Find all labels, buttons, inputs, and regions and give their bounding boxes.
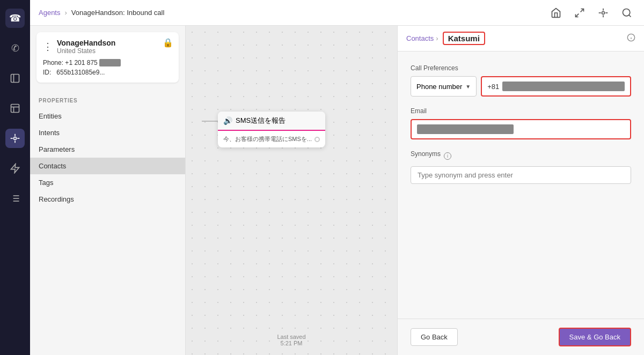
email-label: Email — [411, 107, 631, 115]
flow-node-body-text: 今、お客様の携帯電話にSMSを... — [223, 135, 312, 143]
synonyms-input[interactable] — [411, 166, 631, 184]
phone-country-code: +81 — [487, 83, 499, 91]
contacts-breadcrumb-label: Contacts — [406, 34, 434, 42]
main-container: Agents › VonageHandson: Inbound call 🔒 — [30, 0, 644, 355]
contact-info: VonageHandson United States — [57, 39, 115, 55]
expand-icon[interactable] — [571, 4, 588, 21]
canvas-grid — [186, 26, 397, 355]
svg-line-23 — [629, 14, 631, 17]
contact-name-tab: Katsumi — [443, 32, 485, 45]
sms-icon: 🔊 — [223, 116, 232, 125]
contact-id: ID: 655b131085e9... — [43, 69, 172, 76]
nav-item-recordings[interactable]: Recordings — [30, 191, 185, 208]
contact-card: 🔒 ⋮ VonageHandson United States Phone: +… — [36, 32, 179, 83]
flow-node-connector — [314, 137, 320, 142]
top-bar: Agents › VonageHandson: Inbound call — [30, 0, 644, 26]
crosshair-icon[interactable] — [5, 129, 25, 148]
canvas-area: 🔊 SMS送信を報告 今、お客様の携帯電話にSMSを... Last saved… — [186, 26, 397, 355]
svg-point-17 — [602, 11, 605, 14]
lock-icon: 🔒 — [163, 38, 173, 48]
save-go-back-button[interactable]: Save & Go Back — [559, 328, 631, 346]
last-saved: Last saved 5:21 PM — [277, 334, 305, 346]
nav-item-parameters[interactable]: Parameters — [30, 141, 185, 158]
layout-icon[interactable] — [5, 99, 25, 118]
breadcrumb-sep: › — [436, 34, 438, 42]
info-icon[interactable] — [627, 33, 635, 44]
phone-input-container[interactable]: +81 — [481, 76, 631, 97]
phone-icon[interactable]: ☎ — [5, 9, 25, 28]
lightning-icon[interactable] — [5, 159, 25, 178]
nav-menu: PROPERTIES Entities Intents Parameters C… — [30, 89, 185, 216]
contact-country: United States — [57, 47, 115, 55]
email-value — [417, 124, 514, 134]
nav-item-contacts[interactable]: Contacts — [30, 158, 185, 174]
right-panel-top-bar: Contacts › Katsumi — [398, 26, 644, 51]
nav-item-tags[interactable]: Tags — [30, 174, 185, 191]
contact-card-header: ⋮ VonageHandson United States — [43, 39, 172, 55]
svg-point-3 — [14, 137, 17, 140]
flow-node-body: 今、お客様の携帯電話にSMSを... — [218, 131, 325, 147]
synonyms-info-icon[interactable]: i — [444, 152, 451, 160]
phone-type-dropdown[interactable]: Phone number ▼ — [411, 76, 477, 97]
last-saved-label: Last saved — [277, 334, 305, 340]
synonyms-label-row: Synonyms i — [411, 150, 631, 162]
go-back-button[interactable]: Go Back — [411, 328, 458, 346]
call-preferences-label: Call Preferences — [411, 64, 631, 72]
call-preferences-row: Phone number ▼ +81 — [411, 76, 631, 97]
content-area: 🔒 ⋮ VonageHandson United States Phone: +… — [30, 26, 644, 355]
flow-node-title: SMS送信を報告 — [236, 116, 286, 125]
locate-icon[interactable] — [595, 4, 612, 21]
svg-line-15 — [581, 9, 584, 12]
breadcrumb-agents[interactable]: Agents — [39, 9, 60, 17]
right-panel-footer: Go Back Save & Go Back — [398, 319, 644, 355]
right-panel-content: Call Preferences Phone number ▼ +81 Emai… — [398, 51, 644, 319]
left-panel: 🔒 ⋮ VonageHandson United States Phone: +… — [30, 26, 186, 355]
breadcrumb-separator: › — [64, 9, 67, 17]
svg-rect-0 — [11, 75, 19, 83]
svg-point-22 — [623, 9, 630, 16]
svg-marker-8 — [11, 164, 19, 173]
breadcrumb-current: VonageHandson: Inbound call — [71, 9, 164, 17]
phone-type-label: Phone number — [416, 83, 462, 91]
svg-rect-2 — [11, 105, 19, 113]
synonyms-label: Synonyms — [411, 150, 441, 158]
list-icon[interactable] — [5, 189, 25, 208]
contact-name: VonageHandson — [57, 39, 115, 47]
dropdown-arrow-icon: ▼ — [465, 84, 471, 90]
contact-phone: Phone: +1 201 875 — [43, 59, 172, 66]
right-panel: Contacts › Katsumi Call Preferences Phon… — [397, 26, 644, 355]
contact-menu-dots[interactable]: ⋮ — [43, 42, 53, 51]
last-saved-time: 5:21 PM — [277, 340, 305, 346]
connector-line — [202, 121, 218, 122]
nav-item-intents[interactable]: Intents — [30, 124, 185, 141]
email-input-container[interactable] — [411, 119, 631, 139]
contact-breadcrumb[interactable]: Contacts › — [406, 34, 438, 42]
sidebar: ☎ ✆ — [0, 0, 30, 355]
home-icon[interactable] — [547, 4, 565, 21]
nav-section-title: PROPERTIES — [30, 98, 185, 108]
svg-line-16 — [576, 13, 579, 17]
nav-item-entities[interactable]: Entities — [30, 108, 185, 124]
phone-number-value — [502, 82, 625, 91]
flow-node-header: 🔊 SMS送信を報告 — [218, 112, 325, 131]
search-icon[interactable] — [618, 4, 635, 21]
flow-node[interactable]: 🔊 SMS送信を報告 今、お客様の携帯電話にSMSを... — [218, 112, 325, 147]
toolbar-icons — [547, 4, 635, 21]
phone-forward-icon[interactable]: ✆ — [5, 39, 25, 58]
user-group-icon[interactable] — [5, 69, 25, 88]
